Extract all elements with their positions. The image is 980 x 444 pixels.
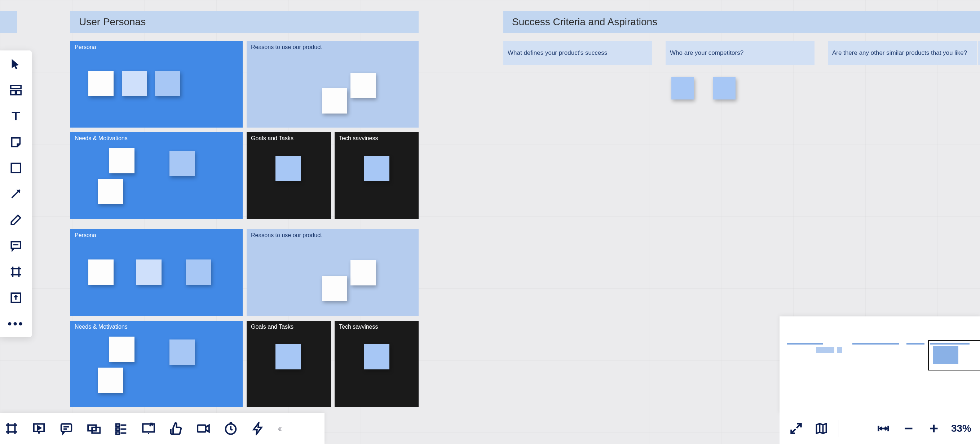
sticky-note[interactable]: [364, 344, 390, 369]
card-tool[interactable]: [86, 420, 102, 436]
like-tool[interactable]: [168, 420, 184, 436]
frame-crop-tool[interactable]: [3, 420, 19, 436]
sticky-note[interactable]: [275, 156, 301, 181]
card-label: Reasons to use our product: [251, 232, 322, 238]
minus-icon: [902, 422, 915, 435]
sticky-note[interactable]: [713, 77, 735, 100]
card-cutoff-question[interactable]: D: [978, 41, 980, 65]
card-label: What defines your product's success: [508, 49, 607, 57]
minimap-region: [837, 347, 842, 353]
text-tool[interactable]: [8, 108, 24, 124]
sticky-note[interactable]: [275, 344, 301, 369]
sticky-note[interactable]: [88, 71, 114, 96]
thumbs-up-icon: [169, 422, 183, 435]
card-success-question[interactable]: What defines your product's success: [503, 41, 652, 65]
screen-share-tool[interactable]: [141, 420, 156, 436]
map-toggle[interactable]: [813, 420, 829, 436]
minimap-region: [907, 343, 924, 344]
comment-tool[interactable]: [8, 238, 24, 254]
card-needs-2[interactable]: Needs & Motivations: [70, 321, 243, 407]
cursor-icon: [10, 58, 22, 70]
card-reasons-1[interactable]: Reasons to use our product: [247, 41, 418, 128]
vote-tool[interactable]: [113, 420, 129, 436]
svg-rect-12: [116, 432, 120, 434]
section-header-user-personas[interactable]: User Personas: [70, 11, 418, 33]
sticky-note[interactable]: [322, 276, 347, 301]
sticky-note[interactable]: [155, 71, 180, 96]
plus-icon: [928, 422, 940, 435]
svg-rect-14: [197, 425, 205, 432]
card-reasons-2[interactable]: Reasons to use our product: [247, 229, 418, 316]
sticky-note[interactable]: [169, 339, 195, 365]
section-title: User Personas: [79, 16, 146, 28]
left-toolbar: •••: [0, 51, 32, 337]
sticky-note[interactable]: [350, 73, 376, 98]
presentation-tool[interactable]: [31, 420, 47, 436]
minimap-panel[interactable]: [780, 316, 980, 414]
svg-rect-0: [11, 86, 21, 89]
svg-rect-7: [61, 424, 72, 431]
sticky-note[interactable]: [169, 151, 195, 176]
pen-tool[interactable]: [8, 212, 24, 228]
minimap-canvas[interactable]: [784, 325, 976, 390]
sticky-note[interactable]: [322, 88, 347, 114]
fit-to-screen[interactable]: [875, 420, 891, 436]
sticky-note[interactable]: [136, 260, 162, 285]
bottom-toolbar: ‹‹: [0, 413, 325, 444]
video-icon: [197, 422, 210, 435]
chevron-left-icon: ‹‹: [278, 423, 280, 434]
card-label: Needs & Motivations: [75, 323, 128, 330]
sticky-note[interactable]: [88, 260, 114, 285]
card-similar-products-question[interactable]: Are there any other similar products tha…: [828, 41, 977, 65]
zoom-in[interactable]: [926, 420, 942, 436]
chat-tool[interactable]: [59, 420, 74, 436]
shape-tool[interactable]: [8, 160, 24, 176]
divider: [838, 420, 839, 437]
card-competitors-question[interactable]: Who are your competitors?: [666, 41, 815, 65]
screen-share-icon: [142, 422, 155, 435]
bolt-icon: [251, 422, 265, 435]
timer-tool[interactable]: [223, 420, 239, 436]
svg-rect-10: [116, 424, 120, 426]
expand-icon: [790, 422, 803, 435]
section-header-success-criteria[interactable]: Success Criteria and Aspirations: [503, 11, 980, 33]
bolt-tool[interactable]: [250, 420, 266, 436]
sticky-note[interactable]: [122, 71, 147, 96]
zoom-toolbar: 33%: [780, 413, 980, 444]
sticky-note[interactable]: [186, 260, 211, 285]
zoom-level[interactable]: 33%: [951, 423, 971, 434]
more-tools[interactable]: •••: [8, 316, 24, 331]
section-title: Success Criteria and Aspirations: [512, 16, 657, 28]
sticky-note[interactable]: [109, 336, 135, 362]
more-icon: •••: [8, 317, 24, 330]
sticky-note[interactable]: [350, 260, 376, 285]
minimap-region: [852, 343, 899, 344]
svg-rect-2: [16, 90, 21, 94]
upload-tool[interactable]: [8, 290, 24, 306]
expand-fullscreen[interactable]: [788, 420, 804, 436]
presentation-icon: [32, 422, 46, 435]
timer-icon: [224, 422, 238, 435]
section-header-partial[interactable]: [0, 11, 17, 33]
select-tool[interactable]: [8, 56, 24, 72]
chat-icon: [59, 422, 73, 435]
sticky-note[interactable]: [98, 368, 123, 393]
sticky-note[interactable]: [109, 148, 135, 173]
card-label: Tech savviness: [339, 135, 378, 141]
video-tool[interactable]: [196, 420, 211, 436]
comment-icon: [10, 239, 22, 252]
card-needs-1[interactable]: Needs & Motivations: [70, 132, 243, 219]
zoom-out[interactable]: [900, 420, 916, 436]
templates-tool[interactable]: [8, 82, 24, 98]
frame-tool[interactable]: [8, 264, 24, 280]
text-icon: [10, 110, 22, 122]
minimap-viewport[interactable]: [928, 340, 980, 371]
svg-rect-3: [11, 163, 21, 173]
sticky-note[interactable]: [671, 77, 694, 100]
card-label: Persona: [75, 44, 96, 50]
sticky-note-tool[interactable]: [8, 134, 24, 150]
sticky-note[interactable]: [98, 179, 123, 204]
collapse-toolbar[interactable]: ‹‹: [278, 423, 280, 434]
connection-line-tool[interactable]: [8, 186, 24, 202]
sticky-note[interactable]: [364, 156, 390, 181]
